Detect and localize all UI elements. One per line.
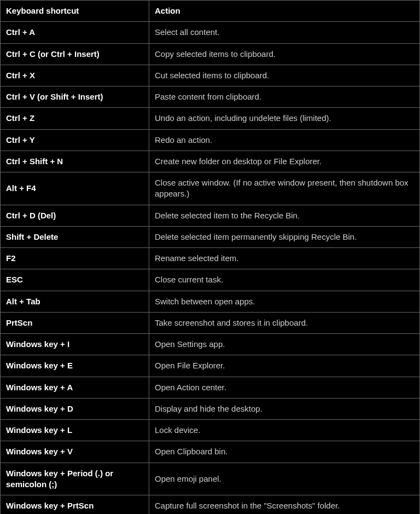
- shortcut-cell: Windows key + E: [1, 355, 149, 377]
- table-row: Ctrl + ZUndo an action, including undele…: [1, 108, 420, 129]
- table-row: Windows key + EOpen File Explorer.: [1, 355, 420, 377]
- table-row: Ctrl + XCut selected items to clipboard.: [1, 65, 420, 86]
- action-cell: Display and hide the desktop.: [149, 398, 420, 419]
- table-row: Ctrl + Shift + NCreate new folder on des…: [1, 151, 420, 172]
- action-cell: Lock device.: [149, 420, 420, 441]
- shortcut-cell: Windows key + L: [1, 420, 149, 441]
- table-row: ESCClose current task.: [1, 269, 420, 291]
- table-row: Ctrl + D (Del)Delete selected item to th…: [1, 205, 420, 226]
- action-cell: Paste content from clipboard.: [149, 86, 420, 108]
- shortcut-cell: Windows key + V: [1, 441, 149, 463]
- shortcut-cell: Windows key + D: [1, 398, 149, 419]
- shortcut-cell: Windows key + I: [1, 334, 149, 355]
- action-cell: Select all content.: [149, 22, 420, 43]
- action-cell: Open File Explorer.: [149, 355, 420, 377]
- shortcut-cell: ESC: [1, 269, 149, 291]
- action-cell: Delete selected item permanently skippin…: [149, 226, 420, 247]
- shortcut-cell: Ctrl + Z: [1, 108, 149, 129]
- action-cell: Delete selected item to the Recycle Bin.: [149, 205, 420, 226]
- action-cell: Copy selected items to clipboard.: [149, 43, 420, 65]
- action-cell: Cut selected items to clipboard.: [149, 65, 420, 86]
- table-row: Shift + DeleteDelete selected item perma…: [1, 226, 420, 247]
- table-row: Ctrl + C (or Ctrl + Insert)Copy selected…: [1, 43, 420, 65]
- action-cell: Take screenshot and stores it in clipboa…: [149, 312, 420, 333]
- shortcut-cell: Ctrl + C (or Ctrl + Insert): [1, 43, 149, 65]
- table-row: Ctrl + YRedo an action.: [1, 129, 420, 151]
- table-row: Alt + TabSwitch between open apps.: [1, 291, 420, 312]
- table-row: PrtScnTake screenshot and stores it in c…: [1, 312, 420, 333]
- action-cell: Open Settings app.: [149, 334, 420, 355]
- action-cell: Open Action center.: [149, 377, 420, 398]
- header-action: Action: [149, 1, 420, 22]
- table-row: Alt + F4Close active window. (If no acti…: [1, 172, 420, 205]
- action-cell: Open Clipboard bin.: [149, 441, 420, 463]
- shortcut-cell: Alt + Tab: [1, 291, 149, 312]
- table-row: Windows key + Period (.) or semicolon (;…: [1, 463, 420, 495]
- table-row: Windows key + LLock device.: [1, 420, 420, 441]
- action-cell: Rename selected item.: [149, 248, 420, 269]
- shortcut-cell: PrtScn: [1, 312, 149, 333]
- shortcut-cell: Ctrl + Shift + N: [1, 151, 149, 172]
- action-cell: Capture full screenshot in the "Screensh…: [149, 495, 420, 515]
- action-cell: Create new folder on desktop or File Exp…: [149, 151, 420, 172]
- shortcut-cell: Shift + Delete: [1, 226, 149, 247]
- table-row: Windows key + DDisplay and hide the desk…: [1, 398, 420, 419]
- table-row: Windows key + IOpen Settings app.: [1, 334, 420, 355]
- action-cell: Undo an action, including undelete files…: [149, 108, 420, 129]
- header-shortcut: Keyboard shortcut: [1, 1, 149, 22]
- action-cell: Close active window. (If no active windo…: [149, 172, 420, 205]
- shortcuts-table: Keyboard shortcut Action Ctrl + ASelect …: [0, 0, 420, 514]
- shortcut-cell: F2: [1, 248, 149, 269]
- shortcut-cell: Ctrl + A: [1, 22, 149, 43]
- shortcut-cell: Windows key + A: [1, 377, 149, 398]
- shortcut-cell: Windows key + Period (.) or semicolon (;…: [1, 463, 149, 495]
- shortcut-cell: Ctrl + D (Del): [1, 205, 149, 226]
- action-cell: Close current task.: [149, 269, 420, 291]
- action-cell: Redo an action.: [149, 129, 420, 151]
- table-row: Windows key + PrtScnCapture full screens…: [1, 495, 420, 515]
- table-row: F2Rename selected item.: [1, 248, 420, 269]
- shortcut-cell: Ctrl + X: [1, 65, 149, 86]
- action-cell: Open emoji panel.: [149, 463, 420, 495]
- table-header-row: Keyboard shortcut Action: [1, 1, 420, 22]
- table-row: Windows key + VOpen Clipboard bin.: [1, 441, 420, 463]
- shortcut-cell: Ctrl + Y: [1, 129, 149, 151]
- shortcut-cell: Windows key + PrtScn: [1, 495, 149, 515]
- action-cell: Switch between open apps.: [149, 291, 420, 312]
- table-row: Ctrl + ASelect all content.: [1, 22, 420, 43]
- shortcut-cell: Alt + F4: [1, 172, 149, 205]
- table-row: Windows key + AOpen Action center.: [1, 377, 420, 398]
- table-row: Ctrl + V (or Shift + Insert)Paste conten…: [1, 86, 420, 108]
- shortcut-cell: Ctrl + V (or Shift + Insert): [1, 86, 149, 108]
